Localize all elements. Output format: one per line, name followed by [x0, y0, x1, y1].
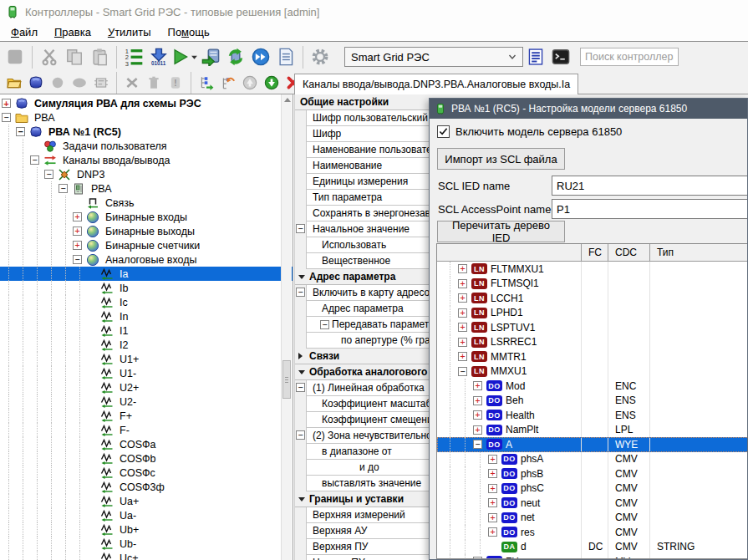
collapse-icon[interactable]: − — [296, 288, 305, 297]
tree-item[interactable]: Ia — [0, 267, 293, 281]
model-tree-row[interactable]: +LNLPHD1 — [437, 306, 748, 321]
export-db-button[interactable] — [198, 44, 223, 69]
menu-edit[interactable]: Правка — [46, 24, 99, 40]
model-tree-row[interactable]: +LNLSRREC1 — [437, 335, 748, 350]
tree-item[interactable]: Связь — [0, 196, 293, 210]
checkbox-checked-icon[interactable] — [437, 125, 450, 138]
expand-icon[interactable]: + — [73, 212, 82, 221]
import-scl-button[interactable]: Импорт из SCL файла — [437, 148, 565, 170]
reread-ied-button[interactable]: Перечитать дерево IED — [437, 221, 565, 242]
model-tree-row[interactable]: DAdDCCMVSTRING — [437, 540, 748, 555]
tree-item[interactable]: U2- — [0, 395, 293, 409]
expand-icon[interactable]: + — [473, 425, 482, 435]
model-tree-row[interactable]: +LNLSPTUV1 — [437, 320, 748, 335]
tree-item[interactable]: F+ — [0, 409, 293, 423]
ied-name-input[interactable] — [552, 176, 748, 196]
tree-item[interactable]: I1 — [0, 323, 293, 338]
model-tree-row[interactable]: −LNMMXU1 — [437, 364, 748, 379]
report-button[interactable] — [273, 44, 298, 69]
expand-icon[interactable]: + — [458, 308, 467, 318]
expand-icon[interactable]: + — [73, 241, 82, 250]
tree-item[interactable]: +Бинарные счетчики — [0, 238, 293, 252]
expand-icon[interactable]: + — [488, 527, 497, 537]
tree-item[interactable]: −РВА — [0, 181, 293, 196]
scrollbar-thumb[interactable] — [282, 360, 291, 399]
model-tree-row[interactable]: +LNFLTMMXU1 — [437, 262, 748, 277]
profile-select[interactable]: Smart Grid РЭС — [344, 47, 523, 67]
numbered-list-button[interactable]: 123 — [121, 44, 146, 69]
expand-icon[interactable]: + — [473, 396, 482, 405]
tree-item[interactable]: Ub+ — [0, 522, 293, 537]
collapse-icon[interactable]: − — [320, 320, 329, 329]
expand-icon[interactable]: + — [458, 323, 467, 332]
tree-item[interactable]: −РВА — [0, 110, 293, 125]
model-tree-row[interactable]: +DOBehENS — [437, 394, 748, 409]
collapse-icon[interactable]: − — [473, 440, 482, 449]
tree-item[interactable]: COSФb — [0, 451, 293, 466]
expand-icon[interactable]: + — [488, 469, 497, 478]
expand-icon[interactable]: + — [458, 352, 467, 361]
enable-server-checkbox[interactable]: Включить модель сервера 61850 — [437, 125, 622, 138]
tree-item[interactable]: U1- — [0, 366, 293, 380]
collapse-icon[interactable]: − — [16, 127, 25, 136]
tab-analog-input-ia[interactable]: Каналы ввода/вывода.DNP3.РВА.Аналоговые … — [294, 74, 578, 94]
tree-item[interactable]: In — [0, 309, 293, 323]
collapse-icon[interactable]: − — [73, 255, 82, 264]
expand-icon[interactable]: + — [488, 484, 497, 493]
tree-item[interactable]: −Аналоговые входы — [0, 252, 293, 267]
expand-icon[interactable]: + — [458, 338, 467, 347]
model-tree-row[interactable]: +LNFLTMSQI1 — [437, 277, 748, 292]
tree-item[interactable]: +Бинарные выходы — [0, 224, 293, 238]
tree-item[interactable]: +Симуляция РВА для схемы РЭС — [0, 96, 293, 110]
model-tree-row[interactable]: +DOneutCMV — [437, 496, 748, 511]
tree-item[interactable]: COSФa — [0, 437, 293, 451]
tree-item[interactable]: +Бинарные входы — [0, 210, 293, 224]
collapse-icon[interactable]: − — [296, 430, 305, 440]
tree-item[interactable]: −РВА №1 (RC5) — [0, 125, 293, 139]
model-tree-row[interactable]: +LNMMTR1 — [437, 349, 748, 364]
menu-file[interactable]: Файл — [3, 24, 46, 40]
collapse-icon[interactable]: − — [30, 155, 39, 165]
fast-forward-button[interactable] — [248, 44, 273, 69]
model-tree-row[interactable]: +DOphsBCMV — [437, 466, 748, 481]
tree-item[interactable]: −DNP3 — [0, 167, 293, 181]
menu-help[interactable]: Помощь — [160, 24, 218, 40]
model-tree-row[interactable]: +DOHealthENS — [437, 408, 748, 423]
collapse-icon[interactable]: − — [44, 170, 53, 179]
tree-item[interactable]: Ib — [0, 281, 293, 295]
expand-icon[interactable]: + — [2, 99, 11, 108]
settings-button[interactable] — [308, 44, 333, 69]
tree-item[interactable]: −Каналы ввода/вывода — [0, 153, 293, 167]
collapse-icon[interactable]: − — [296, 383, 305, 392]
tree-item[interactable]: Задачи пользователя — [0, 139, 293, 153]
expand-icon[interactable]: + — [73, 227, 82, 236]
tree-item[interactable]: Uc+ — [0, 551, 293, 560]
tree-item[interactable]: COSФc — [0, 466, 293, 480]
model-tree-row[interactable]: +DOFHzMV — [437, 554, 748, 559]
expand-icon[interactable]: + — [473, 381, 482, 390]
load-binary-button[interactable]: 01011 — [146, 44, 171, 69]
model-tree-row[interactable]: +DOphsCCMV — [437, 481, 748, 496]
tree-item[interactable]: Ic — [0, 295, 293, 309]
tree-item[interactable]: U2+ — [0, 380, 293, 395]
apply-down-button[interactable] — [261, 73, 282, 93]
run-button[interactable] — [171, 44, 198, 69]
import-tree-button[interactable] — [196, 73, 217, 93]
collapse-icon[interactable]: − — [296, 224, 305, 233]
scroll-up-icon[interactable] — [284, 98, 291, 102]
expand-icon[interactable]: + — [458, 293, 467, 303]
tree-item[interactable]: COSФ3ф — [0, 480, 293, 494]
expand-icon[interactable]: + — [488, 513, 497, 522]
revert-tree-button[interactable] — [217, 73, 239, 93]
controller-button[interactable] — [25, 73, 47, 93]
model-tree-row[interactable]: +DOModENC — [437, 379, 748, 394]
dialog-titlebar[interactable]: РВА №1 (RC5) - Настройка модели сервера … — [430, 99, 747, 119]
tree-item[interactable]: F- — [0, 423, 293, 437]
open-button[interactable] — [3, 73, 25, 93]
search-input[interactable] — [580, 48, 679, 66]
model-tree-row[interactable]: −DOAWYE — [437, 437, 748, 452]
log-button[interactable] — [523, 44, 548, 69]
model-tree-row[interactable]: +DOphsACMV — [437, 452, 748, 467]
collapse-icon[interactable]: − — [2, 113, 11, 122]
model-tree-row[interactable]: +DOnetCMV — [437, 511, 748, 526]
